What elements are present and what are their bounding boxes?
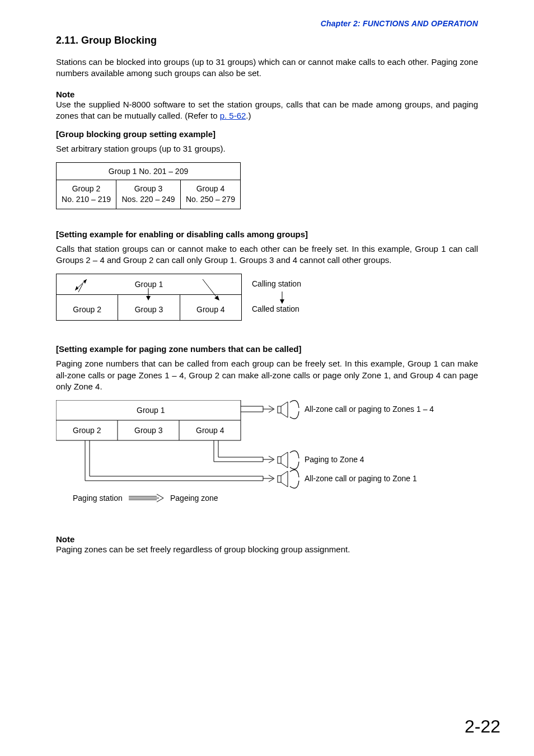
svg-marker-9 bbox=[280, 299, 284, 304]
subsection-1-text: Set arbitrary station groups (up to 31 g… bbox=[56, 143, 478, 154]
subsection-2-text: Calls that station groups can or cannot … bbox=[56, 243, 478, 266]
speaker-icon bbox=[278, 470, 299, 489]
calls-diagram-group1-label: Group 1 bbox=[135, 280, 163, 289]
subsection-3-header: [Setting example for paging zone numbers… bbox=[56, 344, 478, 354]
group-table-body-row: Group 2 No. 210 – 219 Group 3 Nos. 220 –… bbox=[57, 180, 241, 209]
group-table-header: Group 1 No. 201 – 209 bbox=[57, 163, 241, 180]
svg-rect-25 bbox=[278, 457, 281, 463]
called-station-label: Called station bbox=[252, 304, 299, 313]
section-title: 2.11. Group Blocking bbox=[56, 35, 478, 46]
down-arrow-icon bbox=[279, 292, 285, 305]
svg-rect-18 bbox=[278, 406, 281, 413]
calling-station-label: Calling station bbox=[252, 279, 301, 288]
group-table-cell-3: Group 3 Nos. 220 – 249 bbox=[116, 180, 181, 209]
calls-diagram-cell-g4: Group 4 bbox=[180, 295, 241, 321]
page: Chapter 2: FUNCTIONS AND OPERATION 2.11.… bbox=[0, 0, 534, 756]
note-2-title: Note bbox=[56, 534, 478, 544]
speaker-icon bbox=[278, 401, 299, 419]
group-table: Group 1 No. 201 – 209 Group 2 No. 210 – … bbox=[56, 162, 241, 209]
note-1-body-pre: Use the supplied N-8000 software to set … bbox=[56, 100, 478, 120]
note-1-body: Use the supplied N-8000 software to set … bbox=[56, 99, 478, 122]
note-1-link[interactable]: p. 5-62 bbox=[220, 111, 246, 120]
paging-diagram-cell-g4: Group 4 bbox=[196, 426, 224, 435]
label: Group 2 bbox=[73, 305, 101, 314]
cell-title: Group 3 bbox=[134, 184, 163, 193]
note-1-title: Note bbox=[56, 90, 478, 99]
svg-rect-32 bbox=[278, 476, 281, 482]
cell-title: Group 4 bbox=[196, 184, 225, 193]
group-table-cell-2: Group 2 No. 210 – 219 bbox=[57, 180, 116, 209]
paging-diagram-speaker-3-label: All-zone call or paging to Zone 1 bbox=[305, 474, 417, 483]
subsection-1-header: [Group blocking group setting example] bbox=[56, 129, 478, 139]
paging-diagram-speaker-1-label: All-zone call or paging to Zones 1 – 4 bbox=[305, 405, 434, 414]
calls-diagram-cell-g2: Group 2 bbox=[57, 295, 118, 321]
calls-diagram-table: Group 1 Group 2 Group 3 Group 4 bbox=[56, 274, 242, 321]
subsection-3-text: Paging zone numbers that can be called f… bbox=[56, 358, 478, 392]
cell-sub: No. 250 – 279 bbox=[186, 195, 235, 204]
paging-diagram: Group 1 Group 2 Group 3 Group 4 All-zone… bbox=[56, 400, 478, 512]
chapter-header: Chapter 2: FUNCTIONS AND OPERATION bbox=[56, 19, 478, 28]
calls-diagram-cell-g3: Group 3 bbox=[118, 295, 180, 321]
note-2-body: Paging zones can be set freely regardles… bbox=[56, 544, 478, 555]
label: Group 4 bbox=[196, 305, 225, 314]
calls-diagram: Group 1 Group 2 Group 3 Group 4 bbox=[56, 274, 478, 324]
calls-diagram-bottom-row: Group 2 Group 3 Group 4 bbox=[57, 295, 241, 321]
page-number: 2-22 bbox=[465, 716, 500, 737]
group-table-cell-4: Group 4 No. 250 – 279 bbox=[180, 180, 240, 209]
paging-diagram-speaker-2-label: Paging to Zone 4 bbox=[305, 455, 364, 464]
paging-diagram-legend-right: Pageing zone bbox=[170, 494, 218, 503]
label: Group 3 bbox=[135, 305, 163, 314]
cell-sub: No. 210 – 219 bbox=[62, 195, 111, 204]
calls-diagram-top-row: Group 1 bbox=[57, 274, 241, 295]
cell-title: Group 2 bbox=[72, 184, 101, 193]
speaker-icon bbox=[278, 451, 299, 469]
paging-diagram-legend-left: Paging station bbox=[73, 494, 123, 503]
group-table-header-row: Group 1 No. 201 – 209 bbox=[57, 163, 241, 180]
paging-diagram-group1-label: Group 1 bbox=[137, 406, 165, 415]
note-1-body-post: .) bbox=[246, 111, 251, 120]
paging-diagram-cell-g3: Group 3 bbox=[134, 426, 163, 435]
cell-sub: Nos. 220 – 249 bbox=[122, 195, 175, 204]
subsection-2-header: [Setting example for enabling or disabli… bbox=[56, 229, 478, 239]
paging-diagram-cell-g2: Group 2 bbox=[73, 426, 101, 435]
intro-paragraph: Stations can be blocked into groups (up … bbox=[56, 57, 478, 79]
